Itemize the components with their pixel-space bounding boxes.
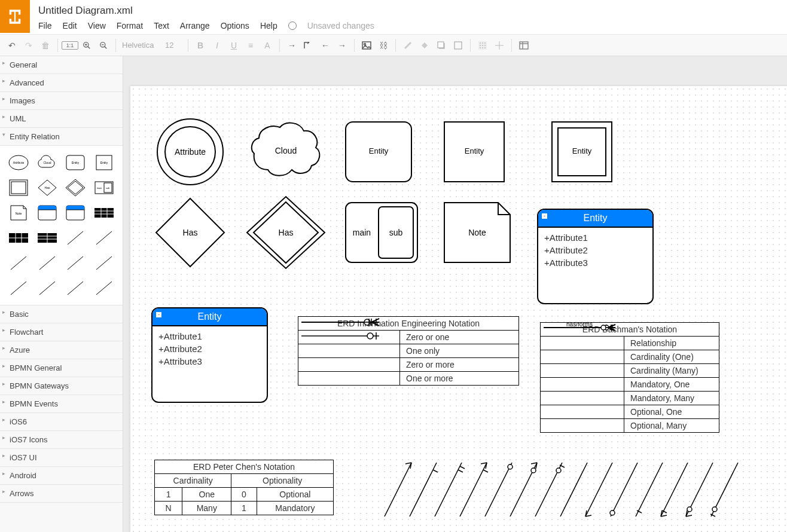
- menu-help[interactable]: Help: [260, 21, 277, 30]
- shape-note[interactable]: Note: [441, 200, 513, 265]
- palette-line-2[interactable]: [91, 227, 117, 249]
- menu-view[interactable]: View: [88, 21, 106, 30]
- svg-point-16: [480, 45, 481, 46]
- sidebar-cat-entity-relation[interactable]: Entity Relation: [0, 128, 123, 146]
- sidebar-cat-ios6[interactable]: iOS6: [0, 413, 123, 431]
- sidebar-cat-images[interactable]: Images: [0, 92, 123, 110]
- shape-entity-rounded[interactable]: Entity: [343, 119, 414, 185]
- svg-text:Entity: Entity: [572, 146, 592, 155]
- palette-entity-box-1[interactable]: [35, 202, 60, 224]
- grid-button[interactable]: [474, 37, 491, 54]
- svg-text:Note: Note: [468, 228, 486, 237]
- redo-button[interactable]: ↷: [20, 37, 37, 54]
- erd-ie-table[interactable]: ERD Information Engineering Notation Zer…: [298, 316, 519, 386]
- italic-button[interactable]: I: [209, 37, 225, 54]
- layout-button[interactable]: [515, 37, 532, 54]
- palette-attribute[interactable]: Attribute: [6, 152, 31, 173]
- zoom-in-button[interactable]: [78, 37, 95, 54]
- palette-entity-rounded[interactable]: Entity: [63, 152, 89, 173]
- shape-entity-table-2[interactable]: -Entity +Attribute1 +Attribute2 +Attribu…: [151, 307, 268, 403]
- document-title[interactable]: Untitled Diagram.xml: [38, 4, 787, 18]
- menu-text[interactable]: Text: [154, 21, 169, 30]
- guides-button[interactable]: [491, 37, 508, 54]
- shape-has[interactable]: Has: [151, 194, 229, 271]
- menu-options[interactable]: Options: [221, 21, 249, 30]
- shape-entity-table-1[interactable]: -Entity +Attribute1 +Attribute2 +Attribu…: [537, 209, 654, 304]
- shape-entity-double[interactable]: Entity: [549, 119, 615, 185]
- palette-line-9[interactable]: [63, 277, 89, 299]
- palette-line-7[interactable]: [6, 277, 31, 299]
- connector-lines[interactable]: [382, 457, 764, 532]
- palette-entity-double[interactable]: [6, 177, 31, 198]
- palette-line-5[interactable]: [63, 252, 89, 274]
- palette-line-1[interactable]: [63, 227, 89, 249]
- palette-line-6[interactable]: [91, 252, 117, 274]
- fontsize-input[interactable]: [163, 41, 184, 50]
- palette-entity-square[interactable]: Entity: [91, 152, 117, 173]
- menu-edit[interactable]: Edit: [63, 21, 77, 30]
- connector-2-button[interactable]: [300, 37, 317, 54]
- delete-button[interactable]: 🗑: [37, 37, 54, 54]
- palette-note[interactable]: Note: [6, 202, 31, 224]
- sidebar-cat-azure[interactable]: Azure: [0, 341, 123, 359]
- zoom-out-button[interactable]: [95, 37, 112, 54]
- language-icon[interactable]: [288, 22, 297, 30]
- erd-bachman-table[interactable]: ERD Bachman's Notation has/formsRelation…: [540, 322, 719, 433]
- palette-has-diamond[interactable]: Has: [35, 177, 60, 198]
- palette-line-10[interactable]: [91, 277, 117, 299]
- bold-button[interactable]: B: [192, 37, 209, 54]
- shape-mainsub[interactable]: main sub: [343, 200, 420, 265]
- svg-line-1: [88, 46, 90, 48]
- sidebar-cat-bpmn-gateways[interactable]: BPMN Gateways: [0, 377, 123, 395]
- undo-button[interactable]: ↶: [4, 37, 20, 54]
- connector-4-button[interactable]: →: [334, 37, 350, 54]
- connector-1-button[interactable]: →: [283, 37, 300, 54]
- svg-rect-46: [66, 206, 84, 210]
- sidebar-cat-general[interactable]: General: [0, 56, 123, 74]
- menu-arrange[interactable]: Arrange: [180, 21, 210, 30]
- palette-mainsub[interactable]: mainsub: [91, 177, 117, 198]
- sidebar-cat-bpmn-general[interactable]: BPMN General: [0, 359, 123, 377]
- sidebar-cat-uml[interactable]: UML: [0, 110, 123, 128]
- appearance-button[interactable]: [450, 37, 466, 54]
- svg-line-63: [11, 256, 26, 270]
- palette-table-dark[interactable]: [91, 202, 117, 224]
- palette-line-3[interactable]: [6, 252, 31, 274]
- shape-entity-square[interactable]: Entity: [441, 119, 507, 185]
- underline-button[interactable]: U: [225, 37, 242, 54]
- sidebar-cat-flowchart[interactable]: Flowchart: [0, 323, 123, 341]
- shadow-button[interactable]: [433, 37, 450, 54]
- menu-file[interactable]: File: [38, 21, 52, 30]
- shape-cloud[interactable]: Cloud: [247, 119, 325, 185]
- shape-has-double[interactable]: Has: [244, 194, 328, 271]
- palette-has-double[interactable]: [63, 177, 89, 198]
- palette-line-8[interactable]: [35, 277, 60, 299]
- sidebar-cat-ios7-ui[interactable]: iOS7 UI: [0, 449, 123, 467]
- align-button[interactable]: ≡: [242, 37, 259, 54]
- fontcolor-button[interactable]: A: [259, 37, 276, 54]
- sidebar-cat-ios7-icons[interactable]: iOS7 Icons: [0, 431, 123, 449]
- sidebar-cat-bpmn-events[interactable]: BPMN Events: [0, 395, 123, 413]
- font-input[interactable]: [120, 41, 163, 50]
- link-button[interactable]: ⛓: [375, 37, 392, 54]
- palette-table-dark-2[interactable]: [6, 227, 31, 249]
- canvas[interactable]: Attribute Cloud Entity Entity: [130, 86, 787, 532]
- palette-line-4[interactable]: [35, 252, 60, 274]
- palette-table-dark-3[interactable]: [35, 227, 60, 249]
- canvas-area[interactable]: Attribute Cloud Entity Entity: [123, 56, 787, 532]
- palette-entity-box-2[interactable]: [63, 202, 89, 224]
- sidebar-cat-advanced[interactable]: Advanced: [0, 74, 123, 92]
- logo[interactable]: [0, 0, 30, 33]
- linecolor-button[interactable]: [399, 37, 416, 54]
- shape-attribute[interactable]: Attribute: [154, 116, 226, 188]
- zoom-actual-button[interactable]: 1:1: [62, 41, 78, 50]
- sidebar-cat-arrows[interactable]: Arrows: [0, 485, 123, 503]
- menu-format[interactable]: Format: [117, 21, 143, 30]
- erd-chen-table[interactable]: ERD Peter Chen's Notation CardinalityOpt…: [154, 460, 334, 515]
- sidebar-cat-basic[interactable]: Basic: [0, 305, 123, 323]
- palette-cloud[interactable]: Cloud: [35, 152, 60, 173]
- connector-3-button[interactable]: ←: [317, 37, 334, 54]
- image-button[interactable]: [358, 37, 375, 54]
- fillcolor-button[interactable]: [416, 37, 433, 54]
- sidebar-cat-android[interactable]: Android: [0, 467, 123, 485]
